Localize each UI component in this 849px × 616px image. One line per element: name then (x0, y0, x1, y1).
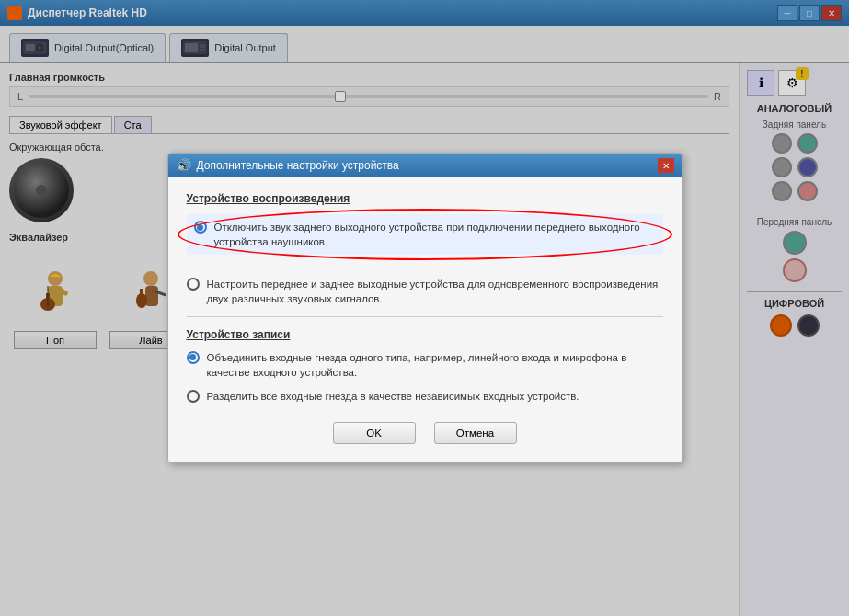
dialog: 🔊 Дополнительные настройки устройства ✕ … (167, 153, 683, 463)
dialog-buttons: OK Отмена (187, 413, 663, 448)
recording-option-1-text: Объединить входные гнезда одного типа, н… (207, 350, 663, 380)
cancel-button[interactable]: Отмена (434, 422, 517, 444)
playback-option-2-text: Настроить переднее и заднее выходные уст… (207, 277, 663, 306)
dialog-title: Дополнительные настройки устройства (197, 159, 399, 172)
main-window: Digital Output(Optical) Digital Output Г… (0, 26, 849, 616)
recording-option-1[interactable]: Объединить входные гнезда одного типа, н… (187, 350, 663, 380)
playback-option-1[interactable]: Отключить звук заднего выходного устройс… (187, 214, 663, 255)
dialog-overlay: 🔊 Дополнительные настройки устройства ✕ … (0, 0, 849, 616)
playback-option-1-text: Отключить звук заднего выходного устройс… (214, 220, 656, 249)
dialog-close-button[interactable]: ✕ (658, 158, 674, 173)
playback-option-2[interactable]: Настроить переднее и заднее выходные уст… (187, 277, 663, 306)
playback-section-title: Устройство воспроизведения (187, 192, 663, 205)
dialog-body: Устройство воспроизведения Отключить зву… (168, 177, 682, 462)
recording-option-2-text: Разделить все входные гнезда в качестве … (207, 389, 579, 404)
radio-split-inputs[interactable] (187, 390, 200, 403)
dialog-title-icon: 🔊 (176, 158, 191, 173)
radio-merge-inputs[interactable] (187, 351, 200, 364)
dialog-titlebar: 🔊 Дополнительные настройки устройства ✕ (168, 154, 682, 177)
radio-simultaneous[interactable] (187, 278, 200, 291)
ok-button[interactable]: OK (333, 422, 416, 444)
dialog-section-divider (187, 316, 663, 317)
recording-section-title: Устройство записи (187, 328, 663, 341)
radio-mute-rear[interactable] (194, 221, 207, 234)
recording-option-2[interactable]: Разделить все входные гнезда в качестве … (187, 389, 663, 404)
